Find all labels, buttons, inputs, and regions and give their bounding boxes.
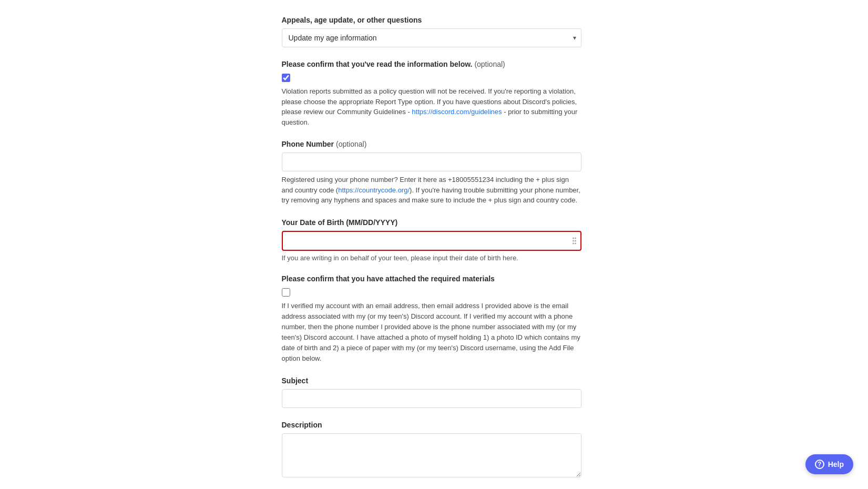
- confirm-materials-section: Please confirm that you have attached th…: [282, 274, 629, 364]
- subject-label: Subject: [282, 376, 629, 385]
- phone-input[interactable]: [282, 152, 581, 171]
- appeal-type-select[interactable]: Update my age information Appeal a ban O…: [282, 28, 581, 47]
- subject-input[interactable]: [282, 389, 581, 408]
- guidelines-link[interactable]: https://discord.com/guidelines: [412, 108, 502, 116]
- phone-hint: Registered using your phone number? Ente…: [282, 175, 581, 206]
- confirm-read-hint: Violation reports submitted as a policy …: [282, 86, 581, 127]
- select-wrapper: Update my age information Appeal a ban O…: [282, 28, 581, 47]
- countrycode-link[interactable]: https://countrycode.org/: [338, 186, 410, 194]
- help-icon: ?: [815, 460, 824, 469]
- confirm-materials-checkbox[interactable]: [282, 288, 290, 297]
- select-label: Appeals, age update, or other questions: [282, 16, 629, 24]
- phone-number-section: Phone Number (optional) Registered using…: [282, 140, 629, 206]
- description-input[interactable]: [282, 433, 581, 477]
- confirmation-text: If I verified my account with an email a…: [282, 301, 581, 364]
- dob-input-wrapper: [282, 231, 581, 251]
- description-label: Description: [282, 421, 629, 429]
- select-section: Appeals, age update, or other questions …: [282, 16, 629, 47]
- dob-label: Your Date of Birth (MM/DD/YYYY): [282, 218, 629, 227]
- dob-hint: If you are writing in on behalf of your …: [282, 254, 581, 262]
- confirm-read-checkbox[interactable]: [282, 74, 290, 82]
- phone-label: Phone Number (optional): [282, 140, 629, 148]
- dob-input[interactable]: [282, 231, 581, 251]
- description-section: Description: [282, 421, 629, 479]
- subject-section: Subject: [282, 376, 629, 408]
- confirm-read-row: [282, 73, 629, 82]
- confirm-read-section: Please confirm that you've read the info…: [282, 60, 629, 127]
- confirm-read-label: Please confirm that you've read the info…: [282, 60, 629, 68]
- help-button[interactable]: ? Help: [805, 454, 853, 474]
- confirm-materials-row: [282, 287, 629, 297]
- dob-section: Your Date of Birth (MM/DD/YYYY) If you a…: [282, 218, 629, 262]
- confirm-materials-label: Please confirm that you have attached th…: [282, 274, 629, 283]
